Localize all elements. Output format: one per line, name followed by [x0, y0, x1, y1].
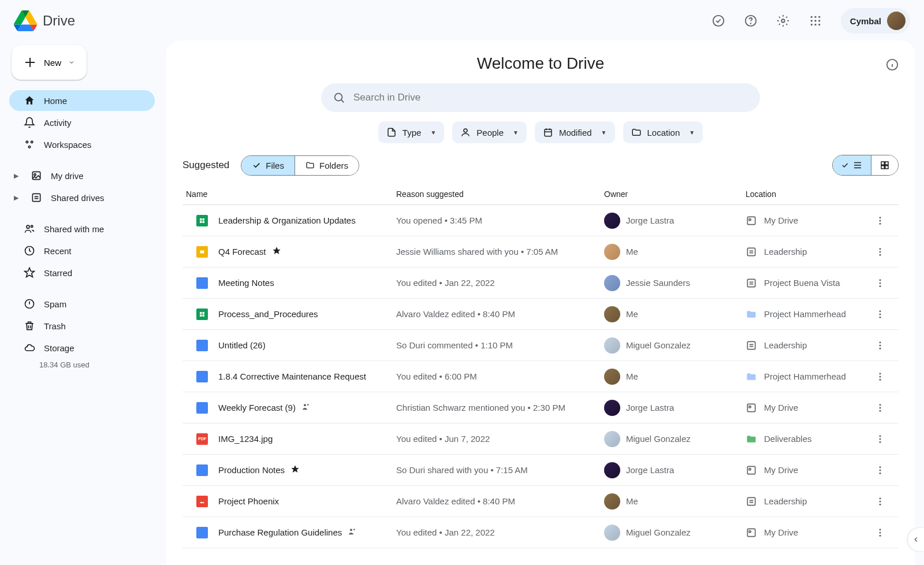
- nav-activity[interactable]: Activity: [9, 112, 155, 133]
- tab-folders[interactable]: Folders: [295, 156, 359, 175]
- offline-ready-icon[interactable]: [707, 9, 730, 32]
- file-name: Process_and_Procedures: [218, 309, 318, 319]
- nav-my-drive[interactable]: ▶My drive: [9, 165, 155, 186]
- svg-point-74: [749, 468, 751, 470]
- owner-avatar: [604, 462, 620, 478]
- chevron-down-icon: ▼: [513, 129, 519, 136]
- tab-files[interactable]: Files: [241, 156, 295, 175]
- location-icon: [746, 340, 757, 351]
- table-row[interactable]: Process_and_Procedures Alvaro Valdez edi…: [182, 299, 899, 330]
- nav-home[interactable]: Home: [9, 90, 155, 111]
- svg-rect-26: [545, 129, 552, 136]
- suggested-label: Suggested: [182, 159, 229, 171]
- svg-point-88: [880, 534, 881, 536]
- logo-section[interactable]: Drive: [14, 10, 75, 31]
- clock-icon: [23, 245, 36, 257]
- svg-rect-34: [203, 221, 205, 223]
- more-actions-button[interactable]: [871, 523, 889, 542]
- svg-point-43: [880, 251, 881, 252]
- location-name: Project Hammerhead: [764, 371, 846, 381]
- location-name: Project Buena Vista: [764, 278, 840, 288]
- table-row[interactable]: Meeting Notes You edited • Jan 22, 2022 …: [182, 267, 899, 299]
- col-owner[interactable]: Owner: [604, 189, 746, 199]
- sidebar: New Home Activity Workspaces ▶My drive ▶…: [5, 45, 159, 369]
- settings-icon[interactable]: [772, 9, 795, 32]
- nav-recent[interactable]: Recent: [9, 240, 155, 261]
- list-view-button[interactable]: [833, 155, 871, 175]
- more-actions-button[interactable]: [871, 243, 889, 261]
- svg-point-76: [880, 469, 881, 471]
- svg-point-5: [814, 16, 816, 18]
- filter-label: Type: [403, 128, 422, 137]
- table-row[interactable]: Production Notes So Duri shared with you…: [182, 455, 899, 486]
- help-icon[interactable]: [739, 9, 762, 32]
- svg-point-44: [880, 254, 881, 255]
- owner-avatar: [604, 431, 620, 447]
- table-row[interactable]: Weekly Forecast (9) Christian Schwarz me…: [182, 392, 899, 423]
- more-actions-button[interactable]: [871, 461, 889, 479]
- location-icon: [746, 215, 757, 226]
- table-row[interactable]: Q4 Forecast Jessie Williams shared with …: [182, 236, 899, 267]
- filter-label: People: [476, 128, 504, 137]
- filter-location[interactable]: Location▼: [623, 121, 703, 143]
- filter-people[interactable]: People▼: [452, 121, 527, 143]
- svg-point-17: [34, 174, 36, 176]
- search-box[interactable]: [321, 83, 760, 112]
- more-vertical-icon: [875, 309, 885, 319]
- nav-shared-with-me[interactable]: Shared with me: [9, 218, 155, 239]
- owner-name: Me: [626, 309, 638, 319]
- filter-type[interactable]: Type▼: [378, 121, 444, 143]
- more-actions-button[interactable]: [871, 211, 889, 230]
- svg-rect-27: [881, 162, 884, 165]
- svg-point-11: [814, 24, 816, 25]
- nav-spam[interactable]: Spam: [9, 293, 155, 314]
- header: Drive Cymbal: [0, 0, 924, 42]
- filter-modified[interactable]: Modified▼: [535, 121, 615, 143]
- svg-point-38: [880, 220, 881, 221]
- nav-starred[interactable]: Starred: [9, 262, 155, 283]
- cloud-icon: [23, 342, 36, 354]
- table-row[interactable]: Untitled (26) So Duri commented • 1:10 P…: [182, 330, 899, 361]
- content-type-toggle: Files Folders: [241, 155, 359, 176]
- col-name[interactable]: Name: [182, 189, 396, 199]
- table-row[interactable]: Project Phoenix Alvaro Valdez edited • 8…: [182, 486, 899, 517]
- location-icon: [746, 527, 757, 538]
- svg-point-58: [880, 344, 881, 346]
- starred-icon: [290, 464, 300, 476]
- more-actions-button[interactable]: [871, 492, 889, 511]
- nav-workspaces[interactable]: Workspaces: [9, 134, 155, 155]
- table-row[interactable]: 1.8.4 Corrective Maintenance Request You…: [182, 361, 899, 392]
- svg-point-80: [880, 500, 881, 502]
- more-actions-button[interactable]: [871, 367, 889, 386]
- svg-point-75: [880, 466, 881, 468]
- col-reason[interactable]: Reason suggested: [396, 189, 604, 199]
- org-chip[interactable]: Cymbal: [841, 8, 910, 34]
- nav-shared-drives[interactable]: ▶Shared drives: [9, 187, 155, 208]
- info-icon[interactable]: [886, 57, 899, 75]
- new-button[interactable]: New: [12, 45, 87, 80]
- nav-trash[interactable]: Trash: [9, 315, 155, 336]
- col-location[interactable]: Location: [746, 189, 871, 199]
- owner-avatar: [604, 525, 620, 541]
- list-icon: [852, 160, 863, 170]
- more-actions-button[interactable]: [871, 430, 889, 448]
- svg-rect-78: [747, 497, 755, 505]
- header-actions: Cymbal: [707, 8, 910, 34]
- expand-arrow-icon: ▶: [14, 172, 22, 180]
- more-actions-button[interactable]: [871, 305, 889, 324]
- more-actions-button[interactable]: [871, 399, 889, 417]
- table-row[interactable]: PDF IMG_1234.jpg You edited • Jun 7, 202…: [182, 423, 899, 455]
- grid-view-button[interactable]: [871, 155, 898, 175]
- search-input[interactable]: [353, 92, 748, 103]
- location-name: Leadership: [764, 496, 807, 506]
- svg-rect-29: [881, 166, 884, 169]
- image-icon: [196, 496, 208, 507]
- tab-label: Folders: [319, 161, 348, 170]
- apps-icon[interactable]: [804, 9, 827, 32]
- more-actions-button[interactable]: [871, 336, 889, 355]
- table-row[interactable]: Leadership & Organization Updates You op…: [182, 205, 899, 236]
- nav-storage[interactable]: Storage: [9, 337, 155, 358]
- nav-label: My drive: [51, 171, 84, 181]
- more-actions-button[interactable]: [871, 274, 889, 292]
- table-row[interactable]: Purchase Regulation Guidelines You edite…: [182, 517, 899, 548]
